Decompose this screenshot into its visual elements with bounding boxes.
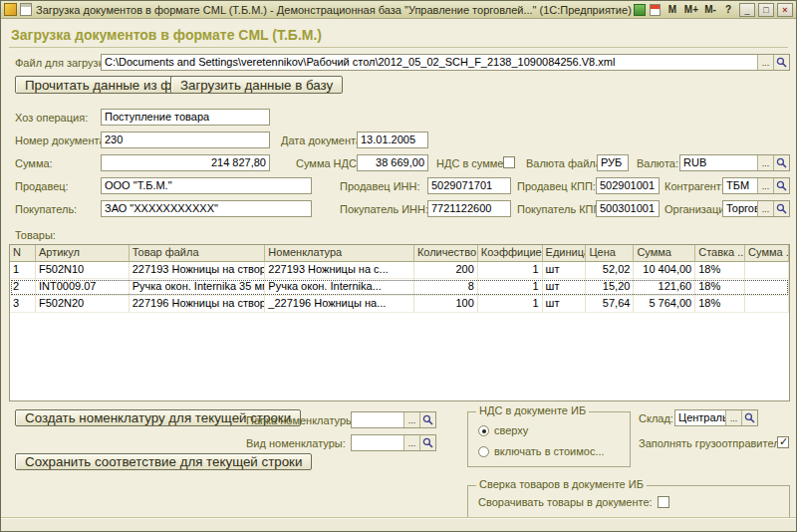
help-button[interactable]: ? — [720, 3, 736, 16]
vat-top-radio[interactable] — [478, 425, 489, 436]
goods-column-header[interactable]: Коэффициент — [478, 245, 543, 262]
seller-value[interactable]: ООО "Т.Б.М." — [102, 178, 311, 193]
service-icon[interactable] — [633, 3, 647, 16]
warehouse-value[interactable]: Центральный ск — [675, 410, 725, 425]
buyer-inn-value[interactable]: 7721122600 — [428, 201, 510, 216]
fill-consignor-checkbox[interactable] — [777, 436, 789, 448]
vat-top-option[interactable]: сверху — [478, 424, 528, 436]
goods-column-header[interactable]: Ставка ... — [695, 245, 745, 262]
vat-in-cost-radio[interactable] — [478, 446, 489, 457]
warehouse-input[interactable]: Центральный ск ... — [674, 409, 758, 426]
consignor-label: Заполнять грузоотправителя: — [639, 437, 789, 449]
goods-row[interactable]: 2INT0009.07Ручка окон. Internika 35 мм..… — [10, 279, 789, 296]
goods-cell: шт — [543, 279, 587, 296]
sum-vat-value[interactable]: 38 669,00 — [358, 155, 427, 170]
close-button[interactable]: × — [777, 3, 793, 17]
currency-value[interactable]: RUB — [680, 155, 757, 170]
goods-cell: 1 — [478, 296, 543, 313]
collapse-goods-label: Сворачивать товары в документе: — [478, 496, 653, 508]
calc-m-button[interactable]: M — [664, 3, 680, 16]
file-choose-button[interactable]: ... — [757, 55, 773, 70]
currency-choose-button[interactable]: ... — [757, 155, 773, 170]
load-to-base-button[interactable]: Загрузить данные в базу — [170, 76, 343, 94]
calc-m-minus-button[interactable]: M- — [702, 3, 718, 16]
goods-column-header[interactable]: Цена — [586, 245, 634, 262]
separator — [9, 47, 788, 48]
seller-input[interactable]: ООО "Т.Б.М." — [101, 177, 312, 194]
doc-date-label: Дата документа: — [281, 134, 365, 146]
goods-column-header[interactable]: Сумма — [634, 245, 695, 262]
goods-column-header[interactable]: Товар файла — [130, 245, 266, 262]
contractor-input[interactable]: ТБМ ... — [722, 177, 790, 194]
vat-in-cost-option[interactable]: включать в стоимос... — [478, 445, 605, 457]
seller-inn-value[interactable]: 5029071701 — [428, 178, 510, 193]
file-currency-input[interactable]: РУБ — [597, 154, 629, 171]
seller-inn-input[interactable]: 5029071701 — [427, 177, 511, 194]
kind-value[interactable] — [352, 435, 403, 450]
warehouse-open-button[interactable] — [741, 410, 757, 425]
currency-input[interactable]: RUB ... — [679, 154, 790, 171]
file-input[interactable]: C:\Documents and Settings\veretennikov\Р… — [101, 54, 790, 71]
currency-open-button[interactable] — [773, 155, 789, 170]
seller-kpp-input[interactable]: 502901001 — [596, 177, 660, 194]
sum-label: Сумма: — [15, 157, 53, 169]
goods-column-header[interactable]: Артикул — [36, 245, 130, 262]
goods-row[interactable]: 3F502N20227196 Ножницы на створ..._22719… — [10, 296, 789, 313]
buyer-kpp-label: Покупатель КПП: — [517, 203, 604, 215]
buyer-kpp-input[interactable]: 500301001 — [596, 200, 660, 217]
doc-date-input[interactable]: 13.01.2005 — [357, 132, 428, 148]
goods-column-header[interactable]: N — [10, 245, 36, 262]
collapse-goods-option[interactable]: Сворачивать товары в документе: — [478, 496, 669, 508]
sum-vat-label: Сумма НДС: — [296, 157, 360, 169]
goods-column-header[interactable]: Количество — [414, 245, 478, 262]
seller-kpp-value[interactable]: 502901001 — [597, 178, 659, 193]
file-open-button[interactable] — [773, 55, 789, 70]
collapse-goods-checkbox[interactable] — [658, 496, 669, 508]
goods-cell — [745, 262, 789, 279]
buyer-input[interactable]: ЗАО "XXXXXXXXXXX" — [101, 200, 312, 217]
kind-input[interactable]: ... — [351, 434, 436, 451]
file-currency-value[interactable]: РУБ — [598, 155, 628, 170]
title-bar: Загрузка документов в формате CML (Т.Б.М… — [1, 1, 796, 19]
folder-value[interactable] — [352, 412, 403, 427]
kind-open-button[interactable] — [419, 435, 435, 450]
goods-cell: 227193 Ножницы на створ... — [130, 262, 266, 279]
minimize-button[interactable]: _ — [739, 3, 755, 17]
operation-input[interactable]: Поступление товара — [101, 109, 270, 126]
doc-date-value[interactable]: 13.01.2005 — [358, 133, 427, 147]
save-mapping-button[interactable]: Сохранить соответствие для текущей строк… — [15, 453, 312, 470]
folder-label: Папка номенклатуры: — [246, 414, 357, 426]
contractor-value[interactable]: ТБМ — [723, 178, 757, 193]
operation-value[interactable]: Поступление товара — [102, 110, 269, 125]
vat-included-checkbox[interactable] — [503, 156, 515, 168]
calc-m-plus-button[interactable]: M+ — [682, 3, 700, 16]
folder-choose-button[interactable]: ... — [403, 412, 419, 427]
contractor-choose-button[interactable]: ... — [757, 178, 773, 193]
goods-row[interactable]: 1F502N10227193 Ножницы на створ...227193… — [10, 262, 789, 279]
kind-choose-button[interactable]: ... — [403, 435, 419, 450]
buyer-value[interactable]: ЗАО "XXXXXXXXXXX" — [102, 201, 311, 216]
calendar-icon[interactable] — [649, 3, 663, 16]
sum-vat-input[interactable]: 38 669,00 — [357, 154, 428, 171]
file-value[interactable]: C:\Documents and Settings\veretennikov\Р… — [102, 55, 757, 70]
sum-input[interactable]: 214 827,80 — [101, 154, 270, 171]
organization-open-button[interactable] — [773, 201, 789, 216]
folder-input[interactable]: ... — [351, 411, 436, 428]
seller-label: Продавец: — [15, 180, 69, 192]
sum-value[interactable]: 214 827,80 — [102, 155, 269, 170]
organization-choose-button[interactable]: ... — [757, 201, 773, 216]
organization-value[interactable]: Торговый дом "К — [723, 201, 757, 216]
buyer-kpp-value[interactable]: 500301001 — [597, 201, 659, 216]
goods-column-header[interactable]: Единица — [543, 245, 587, 262]
buyer-inn-input[interactable]: 7721122600 — [427, 200, 511, 217]
folder-open-button[interactable] — [419, 412, 435, 427]
doc-number-input[interactable]: 230 — [101, 132, 270, 148]
doc-number-value[interactable]: 230 — [102, 133, 269, 147]
goods-column-header[interactable]: Номенклатура — [265, 245, 414, 262]
organization-input[interactable]: Торговый дом "К ... — [722, 200, 790, 217]
goods-table[interactable]: NАртикулТовар файлаНоменклатураКоличеств… — [9, 244, 790, 401]
goods-column-header[interactable]: Сумма ... — [745, 245, 789, 262]
restore-button[interactable]: □ — [758, 3, 774, 17]
warehouse-choose-button[interactable]: ... — [725, 410, 741, 425]
contractor-open-button[interactable] — [773, 178, 789, 193]
